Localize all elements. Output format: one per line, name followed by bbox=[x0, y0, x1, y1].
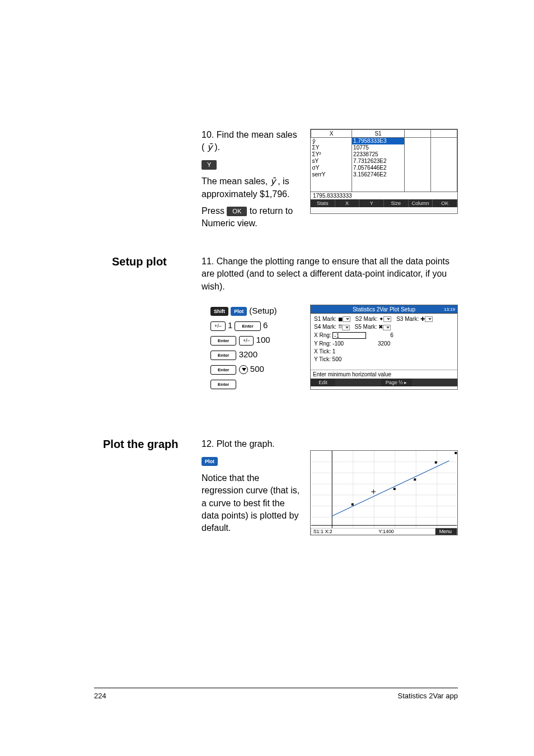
stats-numeric-screenshot: X S1 ȳ1.7958333E3 ΣY10775 ΣY²22338725 sY… bbox=[310, 129, 458, 214]
pm-key[interactable]: +/– bbox=[210, 321, 226, 331]
s4-mark-dd[interactable] bbox=[342, 325, 350, 330]
step12-block: 12. Plot the graph. Plot Notice that the… bbox=[202, 438, 302, 539]
help-text: Enter minimum horizontal value bbox=[311, 370, 457, 379]
step11-text: 11. Change the plotting range to ensure … bbox=[202, 256, 449, 291]
xtick-label: X Tick: 1 bbox=[314, 348, 454, 354]
ybar-symbol-2: ȳ bbox=[270, 175, 275, 188]
col-x: X bbox=[311, 130, 352, 138]
s4-mark-label: S4 Mark: bbox=[314, 324, 336, 330]
softkey-menu: Menu bbox=[439, 529, 452, 534]
softkey-ok[interactable]: OK bbox=[227, 207, 247, 216]
shift-key[interactable]: Shift bbox=[210, 307, 228, 316]
stat-val: 22338725 bbox=[352, 151, 405, 158]
stat-val: 7.7312623E2 bbox=[352, 158, 405, 165]
pm-key[interactable]: +/– bbox=[239, 336, 254, 346]
plot-setup-screenshot: Statistics 2Var Plot Setup 13:19 S1 Mark… bbox=[310, 305, 458, 390]
stat-label: σY bbox=[311, 165, 352, 171]
selected-value: 1795.83333333 bbox=[311, 192, 457, 199]
trace-y: Y:1400 bbox=[378, 529, 394, 534]
s3-mark-label: S3 Mark: bbox=[396, 316, 419, 322]
svg-rect-18 bbox=[414, 478, 416, 480]
svg-rect-19 bbox=[435, 461, 437, 464]
s2-mark-dd[interactable] bbox=[383, 316, 391, 322]
stat-label: ΣY² bbox=[311, 151, 352, 158]
enter-key[interactable]: Enter bbox=[210, 351, 236, 360]
down-arrow-icon[interactable] bbox=[239, 365, 248, 374]
s2-mark-label: S2 Mark: bbox=[355, 316, 378, 322]
clock: 13:19 bbox=[444, 305, 455, 314]
xrng-max: 6 bbox=[390, 332, 394, 338]
enter-key[interactable]: Enter bbox=[210, 336, 236, 346]
setup-plot-heading: Setup plot bbox=[112, 255, 167, 268]
setup-word: (Setup) bbox=[249, 306, 277, 315]
softkey-y-dot[interactable]: Y bbox=[359, 199, 384, 207]
page-footer: 224 Statistics 2Var app bbox=[94, 688, 458, 700]
key-sequence: Shift Plot (Setup) +/– 1 Enter 6 Enter +… bbox=[210, 305, 300, 392]
press-label: Press bbox=[202, 206, 227, 216]
mean-line-a: The mean sales, bbox=[202, 176, 270, 186]
step12-instr: 12. Plot the graph. bbox=[202, 438, 302, 450]
xrng-label: X Rng: bbox=[314, 332, 331, 338]
trace-x: S1:1 X:2 bbox=[313, 529, 332, 534]
k-3200: 3200 bbox=[239, 349, 257, 359]
stat-val: 1.7958333E3 bbox=[352, 138, 405, 145]
regression-line bbox=[332, 461, 449, 516]
stat-val: 7.0576446E2 bbox=[352, 165, 405, 171]
s1-mark-dd[interactable] bbox=[343, 316, 350, 322]
section-title: Statistics 2Var app bbox=[398, 692, 458, 700]
k-500: 500 bbox=[250, 364, 264, 374]
svg-rect-20 bbox=[455, 452, 457, 454]
softkey-edit[interactable]: Edit bbox=[311, 379, 335, 386]
step11-block: 11. Change the plotting range to ensure … bbox=[202, 255, 458, 293]
s5-mark-label: S5 Mark: bbox=[355, 324, 377, 330]
ytick-label: Y Tick: 500 bbox=[314, 356, 454, 362]
k-100: 100 bbox=[256, 335, 270, 344]
enter-key[interactable]: Enter bbox=[235, 321, 260, 331]
col-s1: S1 bbox=[352, 130, 405, 138]
softkey-x[interactable]: X bbox=[335, 199, 360, 207]
softkey-page[interactable]: Page ½ ▸ bbox=[381, 379, 412, 386]
s5-mark-dd[interactable] bbox=[383, 325, 391, 330]
enter-key[interactable]: Enter bbox=[210, 380, 236, 389]
scatter-points bbox=[352, 452, 457, 506]
stat-label: ΣY bbox=[311, 144, 352, 151]
plot-setup-title: Statistics 2Var Plot Setup bbox=[353, 306, 415, 312]
softkey-y[interactable]: Y bbox=[202, 160, 217, 170]
scatter-plot-screenshot: S1:1 X:2 Y:1400 Menu bbox=[310, 450, 458, 535]
k-1: 1 bbox=[228, 320, 235, 330]
k-6: 6 bbox=[263, 320, 268, 330]
svg-rect-17 bbox=[394, 488, 396, 490]
enter-key[interactable]: Enter bbox=[210, 365, 236, 375]
s3-mark-dd[interactable] bbox=[425, 316, 433, 322]
softkey-ok2[interactable]: OK bbox=[433, 199, 457, 207]
s1-mark-label: S1 Mark: bbox=[314, 316, 336, 322]
stat-label: ȳ bbox=[311, 138, 352, 145]
step10-instr-b: ). bbox=[214, 142, 220, 152]
softkey-size[interactable]: Size bbox=[384, 199, 409, 207]
step12-notice: Notice that the regression curve (that i… bbox=[202, 472, 302, 535]
page-number: 224 bbox=[94, 692, 106, 700]
ybar-symbol: ȳ bbox=[207, 141, 212, 153]
softkey-column[interactable]: Column bbox=[409, 199, 433, 207]
plot-key-2[interactable]: Plot bbox=[202, 457, 218, 466]
yrng-label: Y Rng: -100 bbox=[314, 340, 344, 347]
yrng-max: 3200 bbox=[378, 340, 390, 347]
plot-graph-heading: Plot the graph bbox=[103, 438, 178, 451]
stat-label: serrY bbox=[311, 171, 352, 178]
xrng-min-field[interactable] bbox=[332, 332, 366, 339]
plot-key[interactable]: Plot bbox=[231, 307, 247, 316]
svg-rect-14 bbox=[352, 503, 354, 506]
stat-val: 3.1562746E2 bbox=[352, 171, 405, 178]
softkey-stats[interactable]: Stats bbox=[311, 199, 335, 207]
stat-label: sY bbox=[311, 158, 352, 165]
stat-val: 10775 bbox=[352, 144, 405, 151]
